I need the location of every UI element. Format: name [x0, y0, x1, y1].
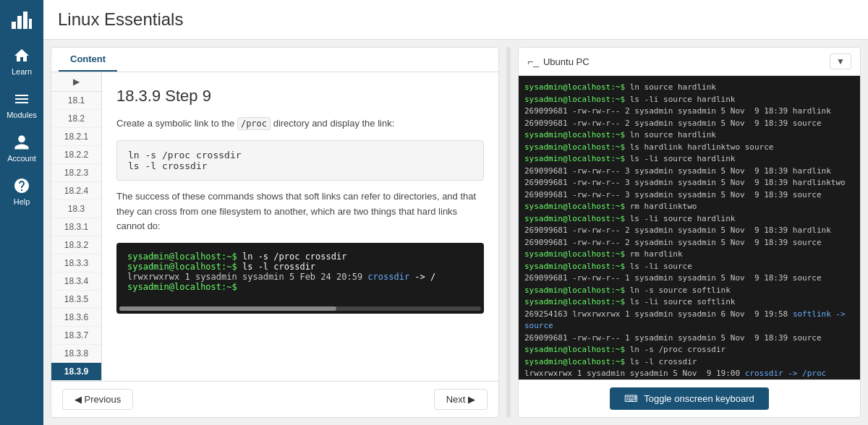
t-line-12: sysadmin@localhost:~$ ls -li source hard…	[524, 213, 854, 226]
sidebar-modules-label: Modules	[7, 111, 37, 119]
terminal-line-2: sysadmin@localhost:~$ ls -l crossdir	[127, 262, 473, 272]
inline-code-proc: /proc	[237, 117, 271, 130]
main-content: Linux Essentials Content ▶ 18.1 18.2 18.…	[43, 0, 868, 425]
right-panel-header: ⌐_ Ubuntu PC ▼	[519, 48, 860, 76]
keyboard-icon: ⌨	[624, 393, 638, 404]
t-line-10: 269099681 -rw-rw-r-- 3 sysadmin sysadmin…	[524, 189, 854, 202]
sidebar-item-learn[interactable]: Learn	[0, 40, 43, 83]
t-line-16: sysadmin@localhost:~$ ls -li source	[524, 261, 854, 273]
svg-rect-3	[29, 19, 32, 29]
content-area: Content ▶ 18.1 18.2 18.2.1 18.2.2 18.2.3…	[43, 40, 868, 425]
code-line-2: ls -l crossdir	[128, 160, 472, 171]
t-line-20: 269254163 lrwxrwxrwx 1 sysadmin sysadmin…	[524, 309, 854, 332]
terminal-icon: ⌐_	[527, 56, 539, 67]
terminal-line-1: sysadmin@localhost:~$ ln -s /proc crossd…	[127, 252, 473, 262]
menu-icon	[13, 90, 30, 108]
nav-list: ▶ 18.1 18.2 18.2.1 18.2.2 18.2.3 18.2.4 …	[51, 72, 102, 381]
t-line-4: 269099681 -rw-rw-r-- 2 sysadmin sysadmin…	[524, 118, 854, 130]
t-line-3: 269099681 -rw-rw-r-- 2 sysadmin sysadmin…	[524, 106, 854, 118]
nav-toggle[interactable]: ▶	[51, 72, 101, 92]
help-icon	[13, 177, 30, 194]
nav-item-18-2-4[interactable]: 18.2.4	[51, 182, 101, 200]
nav-item-18-3-7[interactable]: 18.3.7	[51, 327, 101, 345]
sidebar-account-label: Account	[7, 154, 36, 163]
t-line-1: sysadmin@localhost:~$ ln source hardlink	[524, 82, 854, 94]
svg-rect-2	[23, 12, 27, 29]
tab-bar: Content	[51, 48, 498, 72]
t-line-8: 269099681 -rw-rw-r-- 3 sysadmin sysadmin…	[524, 166, 854, 178]
nav-item-18-2-1[interactable]: 18.2.1	[51, 128, 101, 146]
sidebar-help-label: Help	[14, 197, 30, 206]
t-line-14: 269099681 -rw-rw-r-- 2 sysadmin sysadmin…	[524, 237, 854, 249]
t-line-7: sysadmin@localhost:~$ ls -li source hard…	[524, 153, 854, 166]
terminal-scrollbar[interactable]	[119, 306, 481, 311]
nav-item-18-3[interactable]: 18.3	[51, 200, 101, 218]
t-line-24: lrwxrwxrwx 1 sysadmin sysadmin 5 Nov 9 1…	[524, 368, 854, 379]
t-line-19: sysadmin@localhost:~$ ls -li source soft…	[524, 296, 854, 309]
left-panel: Content ▶ 18.1 18.2 18.2.1 18.2.2 18.2.3…	[51, 47, 499, 418]
t-line-11: sysadmin@localhost:~$ rm hardlinktwo	[524, 201, 854, 213]
nav-item-18-3-3[interactable]: 18.3.3	[51, 254, 101, 272]
right-panel-footer: ⌨ Toggle onscreen keyboard	[519, 379, 860, 417]
tab-content[interactable]: Content	[59, 48, 117, 72]
terminal-dropdown-button[interactable]: ▼	[830, 53, 851, 69]
lesson-intro: Create a symbolic link to the /proc dire…	[116, 116, 484, 132]
sidebar-learn-label: Learn	[12, 67, 32, 76]
code-line-1: ln -s /proc crossdir	[128, 150, 472, 160]
resize-handle[interactable]	[506, 47, 511, 418]
nav-item-18-3-2[interactable]: 18.3.2	[51, 236, 101, 254]
nav-item-18-3-4[interactable]: 18.3.4	[51, 272, 101, 291]
t-line-18: sysadmin@localhost:~$ ln -s source softl…	[524, 285, 854, 297]
previous-button[interactable]: ◀ Previous	[62, 389, 133, 410]
lesson-title: 18.3.9 Step 9	[116, 87, 484, 106]
sidebar-item-help[interactable]: Help	[0, 170, 43, 213]
lesson-content: 18.3.9 Step 9 Create a symbolic link to …	[102, 72, 498, 381]
right-panel: ⌐_ Ubuntu PC ▼ sysadmin@localhost:~$ ln …	[518, 47, 861, 418]
terminal-title: Ubuntu PC	[543, 56, 590, 67]
lesson-terminal: sysadmin@localhost:~$ ln -s /proc crossd…	[116, 243, 484, 314]
t-line-21: 269099681 -rw-rw-r-- 1 sysadmin sysadmin…	[524, 332, 854, 345]
sidebar-item-account[interactable]: Account	[0, 126, 43, 170]
sidebar-item-modules[interactable]: Modules	[0, 83, 43, 126]
t-line-9: 269099681 -rw-rw-r-- 3 sysadmin sysadmin…	[524, 177, 854, 189]
svg-rect-1	[17, 16, 22, 29]
t-line-23: sysadmin@localhost:~$ ls -l crossdir	[524, 356, 854, 369]
left-panel-body: ▶ 18.1 18.2 18.2.1 18.2.2 18.2.3 18.2.4 …	[51, 72, 498, 381]
t-line-17: 269099681 -rw-rw-r-- 1 sysadmin sysadmin…	[524, 272, 854, 285]
code-box: ln -s /proc crossdir ls -l crossdir	[116, 140, 484, 181]
terminal-scrollbar-thumb	[119, 306, 336, 311]
nav-item-18-2-3[interactable]: 18.2.3	[51, 164, 101, 182]
page-title: Linux Essentials	[58, 9, 183, 30]
nav-item-18-2-2[interactable]: 18.2.2	[51, 146, 101, 164]
nav-item-18-3-6[interactable]: 18.3.6	[51, 309, 101, 327]
user-icon	[13, 134, 30, 151]
toggle-keyboard-button[interactable]: ⌨ Toggle onscreen keyboard	[610, 387, 769, 410]
t-line-6: sysadmin@localhost:~$ ls hardlink hardli…	[524, 142, 854, 154]
nav-item-18-3-5[interactable]: 18.3.5	[51, 291, 101, 309]
t-line-2: sysadmin@localhost:~$ ls -li source hard…	[524, 94, 854, 106]
t-line-15: sysadmin@localhost:~$ rm hardlink	[524, 249, 854, 261]
t-line-22: sysadmin@localhost:~$ ln -s /proc crossd…	[524, 344, 854, 356]
home-icon	[13, 47, 30, 64]
terminal-line-3: lrwxrwxrwx 1 sysadmin sysadmin 5 Feb 24 …	[127, 272, 473, 282]
nav-item-18-3-1[interactable]: 18.3.1	[51, 218, 101, 236]
t-line-5: sysadmin@localhost:~$ ln source hardlink	[524, 129, 854, 142]
nav-item-18-2[interactable]: 18.2	[51, 110, 101, 128]
keyboard-btn-label: Toggle onscreen keyboard	[644, 393, 754, 404]
terminal-output[interactable]: sysadmin@localhost:~$ ln source hardlink…	[519, 76, 860, 379]
next-button[interactable]: Next ▶	[434, 389, 488, 410]
page-header: Linux Essentials	[43, 0, 868, 40]
t-line-13: 269099681 -rw-rw-r-- 2 sysadmin sysadmin…	[524, 225, 854, 237]
lesson-body: The success of these commands shows that…	[116, 189, 484, 234]
terminal-label: ⌐_ Ubuntu PC	[527, 56, 590, 67]
nav-item-18-3-8[interactable]: 18.3.8	[51, 345, 101, 363]
bar-chart-icon	[10, 9, 33, 32]
nav-buttons: ◀ Previous Next ▶	[51, 381, 498, 417]
svg-rect-0	[12, 22, 16, 29]
sidebar: Learn Modules Account Help	[0, 0, 43, 425]
nav-item-18-3-9[interactable]: 18.3.9	[51, 363, 101, 381]
terminal-line-4: sysadmin@localhost:~$	[127, 282, 473, 292]
app-logo	[0, 0, 43, 40]
nav-item-18-1[interactable]: 18.1	[51, 92, 101, 110]
